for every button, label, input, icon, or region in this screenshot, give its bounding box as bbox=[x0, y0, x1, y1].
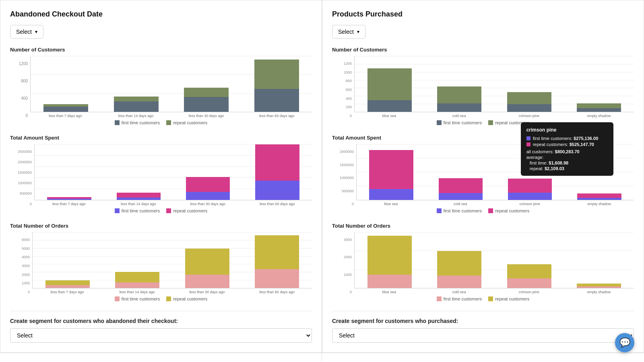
x-label: less than 60 days ago bbox=[245, 290, 309, 294]
bar-first bbox=[43, 107, 88, 112]
right-amount-chart: Total Amount Spent 050000010000001500000… bbox=[332, 135, 634, 213]
left-orders-title: Total Number of Orders bbox=[10, 223, 312, 229]
right-orders-legend: first time customers repeat customers bbox=[332, 296, 634, 301]
right-segment-section: Create segment for customers who purchas… bbox=[332, 311, 634, 343]
left-customers-chart: Number of Customers 04008001200 bbox=[10, 47, 312, 125]
x-label: empty shadow bbox=[567, 290, 631, 294]
left-segment-select[interactable]: Select bbox=[10, 328, 312, 343]
left-panel: Abandoned Checkout Date Select Number of… bbox=[0, 0, 322, 353]
chat-icon: 💬 bbox=[619, 337, 630, 348]
x-label: cold sea bbox=[427, 290, 491, 294]
bar-group bbox=[360, 150, 423, 200]
bar-repeat bbox=[114, 97, 159, 101]
bar-group bbox=[568, 193, 631, 200]
tooltip-avg-first: first time: $1,608.98 bbox=[526, 160, 608, 165]
left-panel-title: Abandoned Checkout Date bbox=[10, 10, 312, 19]
right-segment-select[interactable]: Select bbox=[332, 328, 634, 343]
last-order-panel: Last Order Date bbox=[322, 353, 644, 362]
bar-group bbox=[175, 88, 239, 112]
x-label: less than 30 days ago bbox=[174, 114, 238, 118]
x-label: less than 14 days ago bbox=[107, 202, 170, 206]
amount-spent-panel: Amount Spent bbox=[0, 353, 322, 362]
x-label: blue sea bbox=[357, 114, 421, 118]
bar-group bbox=[497, 264, 561, 288]
bar-repeat bbox=[254, 60, 299, 89]
bar-group bbox=[106, 272, 169, 288]
left-amount-title: Total Amount Spent bbox=[10, 135, 312, 141]
bar-group bbox=[568, 103, 631, 112]
bar-group bbox=[104, 97, 168, 112]
bar-group bbox=[358, 68, 421, 112]
bar-first bbox=[114, 101, 159, 112]
x-label: less than 30 days ago bbox=[175, 290, 239, 294]
bar-group bbox=[246, 235, 309, 288]
bar-group-crimson-pine: crimson pine first time customers: $275,… bbox=[499, 179, 561, 200]
x-label: empty shadow bbox=[567, 114, 631, 118]
x-label: empty shadow bbox=[568, 202, 631, 206]
right-segment-label: Create segment for customers who purchas… bbox=[332, 318, 634, 324]
bar-group bbox=[34, 104, 98, 112]
x-label: cold sea bbox=[427, 114, 491, 118]
x-label: blue sea bbox=[357, 290, 421, 294]
left-customers-title: Number of Customers bbox=[10, 47, 312, 53]
bar-group bbox=[568, 284, 631, 288]
x-label: less than 60 days ago bbox=[246, 202, 309, 206]
bar-first bbox=[254, 89, 299, 112]
x-label: less than 30 days ago bbox=[176, 202, 239, 206]
left-amount-legend: first time customers repeat customers bbox=[10, 208, 312, 213]
bar-group bbox=[107, 193, 170, 200]
left-select-button[interactable]: Select bbox=[10, 25, 43, 39]
x-label: crimson pine bbox=[497, 114, 561, 118]
right-amount-legend: first time customers repeat customers bbox=[332, 208, 634, 213]
right-customers-chart: Number of Customers 02004006008001000120… bbox=[332, 47, 634, 125]
x-label: crimson pine bbox=[498, 202, 561, 206]
left-orders-legend: first time customers repeat customers bbox=[10, 296, 312, 301]
bar-group bbox=[38, 197, 101, 200]
bar-group bbox=[36, 280, 99, 288]
bar-first bbox=[184, 97, 229, 112]
bar-group bbox=[497, 92, 561, 112]
x-label: less than 14 days ago bbox=[104, 114, 168, 118]
x-label: blue sea bbox=[359, 202, 423, 206]
right-orders-title: Total Number of Orders bbox=[332, 223, 634, 229]
right-panel-title: Products Purchased bbox=[332, 10, 634, 19]
tooltip-repeat-row: repeat customers: $525,147.70 bbox=[526, 142, 608, 147]
left-customers-legend: first time customers repeat customers bbox=[10, 120, 312, 125]
x-label: cold sea bbox=[429, 202, 492, 206]
left-segment-label: Create segment for customers who abandon… bbox=[10, 318, 312, 324]
x-label: less than 7 days ago bbox=[33, 114, 97, 118]
bar-group bbox=[428, 86, 491, 112]
left-segment-section: Create segment for customers who abandon… bbox=[10, 311, 312, 343]
bar-group bbox=[177, 177, 239, 200]
left-amount-chart: Total Amount Spent 050000010000001500000… bbox=[10, 135, 312, 213]
bar-group bbox=[429, 178, 492, 200]
right-customers-title: Number of Customers bbox=[332, 47, 634, 53]
bar-group bbox=[246, 144, 309, 200]
bar-group bbox=[358, 236, 421, 288]
left-orders-chart: Total Number of Orders 01000200030004000… bbox=[10, 223, 312, 301]
tooltip-avg-repeat: repeat: $2,109.03 bbox=[526, 166, 608, 171]
bar-repeat bbox=[184, 88, 229, 97]
x-label: less than 7 days ago bbox=[37, 202, 101, 206]
tooltip-title: crimson pine bbox=[526, 127, 608, 133]
x-label: crimson pine bbox=[497, 290, 561, 294]
right-orders-chart: Total Number of Orders 0100020003000 bbox=[332, 223, 634, 301]
x-label: less than 60 days ago bbox=[245, 114, 309, 118]
tooltip-avg-label: average: bbox=[526, 155, 608, 160]
right-panel: Products Purchased Select Number of Cust… bbox=[322, 0, 644, 353]
bar-group bbox=[175, 249, 239, 288]
tooltip: crimson pine first time customers: $275,… bbox=[521, 122, 613, 176]
right-select-button[interactable]: Select bbox=[332, 25, 365, 39]
tooltip-first-row: first time customers: $275,136.00 bbox=[526, 136, 608, 141]
bar-group bbox=[428, 251, 491, 288]
x-label: less than 7 days ago bbox=[35, 290, 99, 294]
tooltip-all: all customers: $800,283.70 bbox=[526, 149, 608, 154]
bar-group bbox=[245, 60, 309, 112]
x-label: less than 14 days ago bbox=[105, 290, 169, 294]
chat-button[interactable]: 💬 bbox=[615, 333, 634, 352]
